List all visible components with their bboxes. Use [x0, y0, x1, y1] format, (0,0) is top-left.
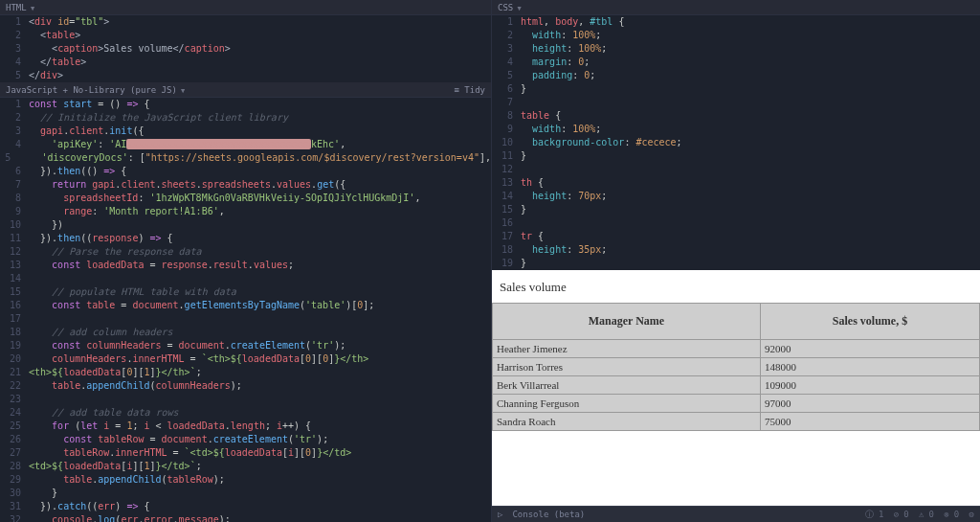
- redacted-api-key: xxxxxxxxxxxxxxxxxxxxxxxxxxxxxxxx: [126, 139, 311, 149]
- table-row: Sandra Roach75000: [493, 413, 980, 431]
- header-volume: Sales volume, $: [760, 304, 979, 340]
- console-label[interactable]: Console (beta): [512, 510, 585, 519]
- result-pane: Sales volume Manager Name Sales volume, …: [492, 270, 980, 506]
- js-pane-header[interactable]: JavaScript + No-Library (pure JS) Tidy: [0, 82, 491, 98]
- table-row: Harrison Torres148000: [493, 358, 980, 376]
- table-row: Heather Jimenez92000: [493, 340, 980, 358]
- table-header-row: Manager Name Sales volume, $: [493, 304, 980, 340]
- output-table: Manager Name Sales volume, $ Heather Jim…: [492, 303, 980, 431]
- css-pane-header[interactable]: CSS: [492, 0, 980, 15]
- settings-icon[interactable]: ⚙: [969, 510, 974, 519]
- css-editor[interactable]: 1html, body, #tbl { 2 width: 100%; 3 hei…: [492, 15, 980, 270]
- info-icon: ⓘ: [865, 510, 874, 519]
- table-row: Berk Villarreal109000: [493, 376, 980, 395]
- warning-icon: ⚠: [919, 510, 924, 519]
- html-editor[interactable]: 1<div id="tbl"> 2 <table> 3 <caption>Sal…: [0, 15, 491, 82]
- console-bar[interactable]: ▷ Console (beta) ⓘ1 ⊘0 ⚠0 ⊗0 ⚙: [492, 506, 980, 522]
- js-panel-label[interactable]: JavaScript + No-Library (pure JS): [6, 85, 185, 95]
- console-status-icons: ⓘ1 ⊘0 ⚠0 ⊗0 ⚙: [860, 509, 974, 521]
- error-icon: ⊗: [944, 510, 948, 519]
- html-pane-header[interactable]: HTML: [0, 0, 491, 15]
- run-icon[interactable]: ▷: [498, 510, 502, 519]
- html-panel-label[interactable]: HTML: [6, 3, 34, 12]
- output-caption: Sales volume: [492, 270, 980, 303]
- tidy-button[interactable]: Tidy: [454, 85, 485, 95]
- table-row: Channing Ferguson97000: [493, 395, 980, 413]
- css-panel-label[interactable]: CSS: [498, 3, 522, 12]
- header-manager: Manager Name: [493, 304, 761, 340]
- js-editor[interactable]: 1const start = () => { 2 // Initialize t…: [0, 98, 491, 522]
- clear-icon[interactable]: ⊘: [894, 510, 899, 519]
